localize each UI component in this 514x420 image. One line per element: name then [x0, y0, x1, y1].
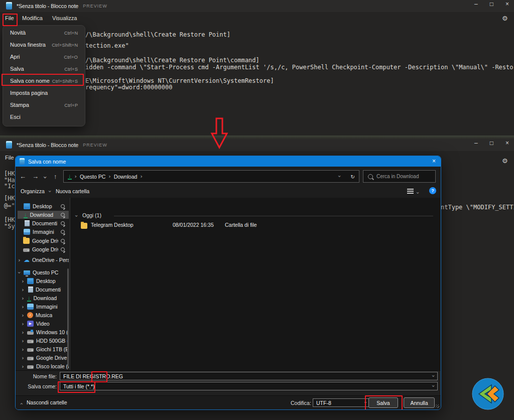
document-icon [28, 287, 33, 293]
group-header[interactable]: Oggi (1) [82, 212, 101, 218]
chevron-right-icon [21, 347, 25, 352]
sidebar-scrollbar[interactable] [67, 268, 69, 367]
settings-gear-icon[interactable]: ⚙ [502, 157, 508, 165]
menuitem-nuova-finestra[interactable]: Nuova finestraCtrl+Shift+N [3, 39, 85, 51]
editor-line: idden -command \"Start-Process cmd -Argu… [85, 64, 514, 71]
organizza-button[interactable]: Organizza [21, 188, 51, 194]
minimize-button[interactable]: – [474, 139, 478, 147]
breadcrumb-chevron-icon [108, 174, 110, 179]
computer-icon [24, 270, 30, 275]
cancel-button[interactable]: Annulla [404, 397, 435, 408]
hide-folders-button[interactable]: Nascondi cartelle [27, 399, 67, 405]
search-box[interactable]: Cerca in Download [363, 170, 436, 183]
notepad-window-1: *Senza titolo - Blocco note PREVIEW – □ … [0, 0, 514, 136]
chevron-down-icon[interactable] [362, 401, 368, 403]
sidebar-item-documenti[interactable]: Documenti [18, 219, 69, 227]
menuitem-stampa[interactable]: StampaCtrl+P [3, 99, 85, 111]
menuitem-esci[interactable]: Esci [3, 111, 85, 123]
refresh-icon[interactable]: ↻ [350, 174, 355, 180]
sidebar-item-desktop[interactable]: Desktop [18, 202, 69, 210]
pin-icon [61, 239, 65, 243]
settings-gear-icon[interactable]: ⚙ [502, 15, 508, 22]
tree-item-google-drive-g[interactable]: Google Drive (G:) [21, 354, 69, 362]
sidebar-item-download-selected[interactable]: ↓ Download [18, 211, 69, 219]
sidebar-item-google-drive-folder[interactable]: Google Drive [18, 237, 69, 245]
tree-item-musica[interactable]: ♪ Musica [21, 311, 69, 319]
preview-badge: PREVIEW [83, 4, 107, 9]
view-mode-icon[interactable] [407, 189, 414, 194]
menuitem-salva[interactable]: SalvaCtrl+S [3, 63, 85, 75]
editor-line: /\Background\shell\Create Restore Point] [85, 31, 230, 38]
breadcrumb-download[interactable]: Download [114, 174, 138, 180]
menuitem-apri[interactable]: ApriCtrl+O [3, 51, 85, 63]
forward-icon[interactable]: → [32, 173, 39, 180]
group-collapse-icon[interactable] [74, 215, 79, 217]
tree-item-hdd-500gb-d[interactable]: HDD 500GB (D:) [21, 337, 69, 345]
chevron-down-icon[interactable] [430, 385, 436, 387]
resize-grip[interactable] [436, 404, 439, 408]
breadcrumb-questo-pc[interactable]: Questo PC [80, 174, 105, 180]
menuitem-novita[interactable]: NovitàCtrl+N [3, 27, 85, 39]
editor-fragment: [HK [4, 216, 15, 223]
menu-file[interactable]: File [5, 15, 14, 21]
menu-visualizza[interactable]: Visualizza [52, 15, 77, 21]
address-dropdown-icon[interactable] [336, 175, 342, 177]
tree-item-windows-10-c[interactable]: Windows 10 (C:) [21, 328, 69, 336]
folder-icon [81, 223, 87, 229]
chevron-down-icon[interactable] [430, 375, 436, 377]
tree-item-documenti[interactable]: Documenti [21, 286, 69, 294]
dialog-close-icon[interactable]: × [432, 158, 436, 165]
menuitem-imposta-pagina[interactable]: Imposta pagina [3, 87, 85, 99]
back-icon[interactable]: ← [20, 173, 26, 180]
download-icon: ↓ [27, 295, 31, 302]
filename-label: Nome file: [17, 373, 57, 379]
help-icon[interactable]: ? [429, 187, 436, 194]
tree-item-immagini[interactable]: Immagini [21, 303, 69, 311]
recent-locations-chevron-icon[interactable] [42, 176, 49, 179]
tree-item-download[interactable]: ↓ Download [21, 294, 69, 302]
search-icon [368, 174, 373, 179]
pictures-icon [27, 304, 34, 310]
desktop-icon [27, 278, 34, 284]
menu-file[interactable]: File [5, 155, 14, 161]
filename-input[interactable]: FILE DI REGISTRO.REG [60, 372, 438, 380]
maximize-button[interactable]: □ [490, 1, 493, 8]
close-button[interactable]: × [505, 1, 509, 8]
navigation-pane: Desktop ↓ Download Documenti Immagini Go… [16, 198, 70, 370]
maximize-button[interactable]: □ [490, 139, 493, 147]
system-drive-icon [27, 331, 34, 335]
sidebar-item-immagini[interactable]: Immagini [18, 228, 69, 236]
tree-item-desktop[interactable]: Desktop [21, 277, 69, 285]
menubar: File Modifica Visualizza ⚙ [0, 12, 514, 25]
file-menu-popup: NovitàCtrl+N Nuova finestraCtrl+Shift+N … [3, 25, 85, 126]
editor-fragment: [HK [4, 195, 15, 202]
brand-logo [471, 377, 504, 410]
notepad-app-icon [20, 158, 25, 165]
notepad-app-icon [6, 2, 12, 10]
drive-icon [27, 340, 34, 343]
close-button[interactable]: × [505, 139, 509, 147]
drive-icon [27, 357, 34, 360]
video-icon: ▶ [27, 321, 34, 327]
tree-item-disco-locale-p[interactable]: Disco locale (P:) [21, 362, 69, 370]
save-button[interactable]: Salva [368, 397, 398, 408]
minimize-button[interactable]: – [474, 1, 478, 8]
save-as-type-select[interactable]: Tutti i file (*.*) [60, 382, 438, 390]
view-mode-chevron-icon[interactable] [415, 192, 421, 194]
tree-item-giochi-1tb-e[interactable]: Giochi 1TB (E:) [21, 345, 69, 353]
up-icon[interactable]: ↑ [54, 173, 57, 180]
folder-icon [23, 238, 30, 244]
titlebar: *Senza titolo - Blocco note PREVIEW – □ … [0, 0, 514, 12]
address-bar[interactable]: ↓ Questo PC Download ↻ [63, 170, 359, 183]
tree-item-video[interactable]: ▶ Video [21, 320, 69, 328]
menu-modifica[interactable]: Modifica [22, 15, 43, 21]
sidebar-item-google-drive-disk[interactable]: Google Drive [18, 245, 69, 253]
encoding-select[interactable]: UTF-8 [313, 398, 370, 407]
titlebar: *Senza titolo - Blocco note PREVIEW – □ … [0, 139, 514, 151]
menuitem-salva-con-nome[interactable]: Salva con nomeCtrl+Shift+S [3, 75, 85, 87]
sidebar-item-onedrive[interactable]: ☁ OneDrive - Person [18, 256, 69, 264]
chevron-right-icon [21, 364, 25, 369]
pin-icon [61, 204, 65, 208]
nuova-cartella-button[interactable]: Nuova cartella [56, 188, 89, 194]
sidebar-item-questo-pc[interactable]: Questo PC [18, 268, 69, 276]
